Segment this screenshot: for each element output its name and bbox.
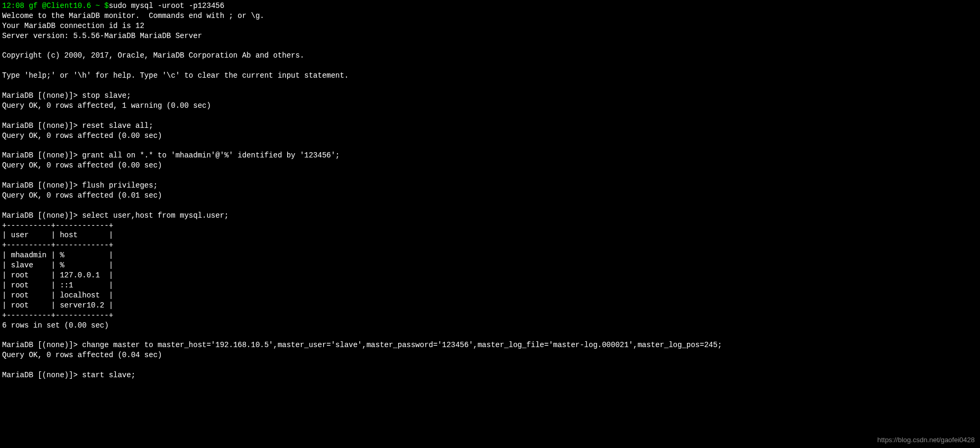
sql-prompt: MariaDB [(none)]> xyxy=(2,122,82,130)
prompt-dollar: $ xyxy=(104,2,108,10)
table-row: | mhaadmin | % | xyxy=(2,251,113,259)
sql-result: Query OK, 0 rows affected (0.04 sec) xyxy=(2,351,162,359)
banner-line: Type 'help;' or '\h' for help. Type '\c'… xyxy=(2,71,349,80)
table-row: | root | 127.0.0.1 | xyxy=(2,271,113,279)
sql-result: Query OK, 0 rows affected, 1 warning (0.… xyxy=(2,101,211,110)
sql-command: grant all on *.* to 'mhaadmin'@'%' ident… xyxy=(82,151,340,160)
sql-command: stop slave; xyxy=(82,91,131,100)
sql-command: reset slave all; xyxy=(82,122,153,130)
prompt-time: 12:08 xyxy=(2,2,24,10)
sql-command: change master to master_host='192.168.10… xyxy=(82,341,722,349)
sql-prompt: MariaDB [(none)]> xyxy=(2,211,82,220)
row-summary: 6 rows in set (0.00 sec) xyxy=(2,321,109,330)
table-row: | root | server10.2 | xyxy=(2,301,113,310)
sql-prompt: MariaDB [(none)]> xyxy=(2,341,82,349)
prompt-user-host: gf @Client10.6 ~ xyxy=(24,2,104,10)
banner-line: Server version: 5.5.56-MariaDB MariaDB S… xyxy=(2,32,202,40)
sql-result: Query OK, 0 rows affected (0.00 sec) xyxy=(2,132,162,140)
table-border: +----------+------------+ xyxy=(2,311,113,320)
table-header: | user | host | xyxy=(2,231,113,239)
sql-prompt: MariaDB [(none)]> xyxy=(2,151,82,160)
table-border: +----------+------------+ xyxy=(2,221,113,230)
watermark-text: https://blog.csdn.net/gaofei0428 xyxy=(877,435,975,445)
sql-command: select user,host from mysql.user; xyxy=(82,211,228,220)
table-border: +----------+------------+ xyxy=(2,241,113,249)
sql-prompt: MariaDB [(none)]> xyxy=(2,181,82,190)
banner-line: Welcome to the MariaDB monitor. Commands… xyxy=(2,12,264,20)
sql-command: start slave; xyxy=(82,371,135,379)
sql-prompt: MariaDB [(none)]> xyxy=(2,91,82,100)
banner-line: Copyright (c) 2000, 2017, Oracle, MariaD… xyxy=(2,51,304,60)
table-row: | root | ::1 | xyxy=(2,281,113,290)
banner-line: Your MariaDB connection id is 12 xyxy=(2,22,144,30)
sql-result: Query OK, 0 rows affected (0.01 sec) xyxy=(2,191,162,200)
sql-result: Query OK, 0 rows affected (0.00 sec) xyxy=(2,161,162,170)
sql-prompt: MariaDB [(none)]> xyxy=(2,371,82,379)
table-row: | slave | % | xyxy=(2,261,113,269)
terminal-output[interactable]: 12:08 gf @Client10.6 ~ $sudo mysql -uroo… xyxy=(0,0,980,381)
shell-command: sudo mysql -uroot -p123456 xyxy=(109,2,224,10)
sql-command: flush privileges; xyxy=(82,181,158,190)
table-row: | root | localhost | xyxy=(2,291,113,300)
